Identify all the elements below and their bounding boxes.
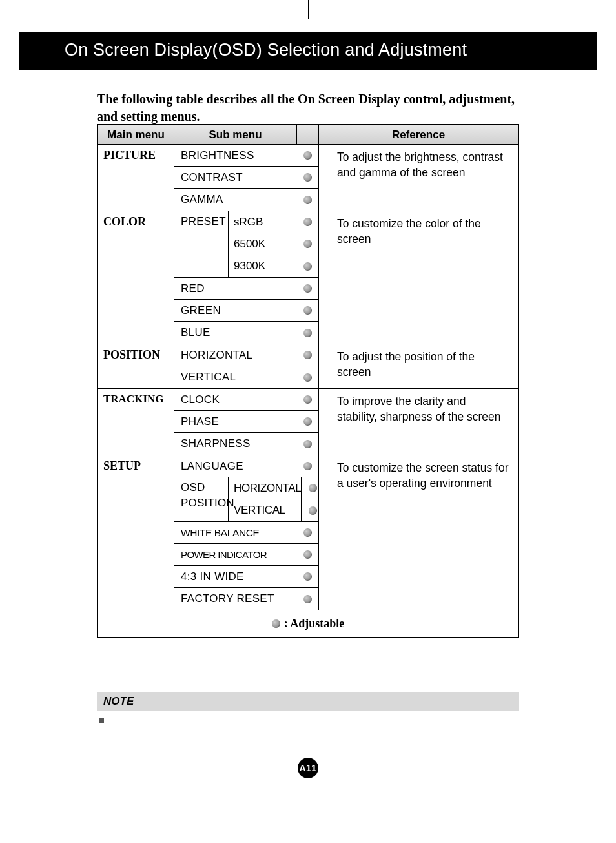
dot-icon xyxy=(303,351,312,359)
main-setup: SETUP xyxy=(98,455,174,610)
dot-icon xyxy=(303,440,312,448)
dot-icon xyxy=(303,373,312,382)
intro-text: The following table describes all the On… xyxy=(97,90,517,125)
sub-label: POWER INDICATOR xyxy=(174,544,296,565)
table-row: sRGB xyxy=(229,211,318,233)
dot-icon xyxy=(303,284,312,293)
sub-label: 6500K xyxy=(229,233,296,255)
sub-label: RED xyxy=(174,278,296,299)
legend-row: : Adjustable xyxy=(98,610,518,637)
dot-icon xyxy=(303,306,312,315)
dot-icon xyxy=(303,395,312,404)
main-color: COLOR xyxy=(98,211,174,344)
dot-icon xyxy=(303,528,312,537)
dot-icon xyxy=(303,218,312,226)
table-row: LANGUAGE xyxy=(174,455,318,477)
main-tracking: TRACKING xyxy=(98,389,174,455)
table-row: GREEN xyxy=(174,300,318,322)
sub-label: BRIGHTNESS xyxy=(174,145,296,166)
ref-setup: To customize the screen status for a use… xyxy=(319,455,518,610)
dot-icon xyxy=(309,484,317,492)
dot-icon xyxy=(303,173,312,182)
bullet-icon xyxy=(99,718,104,723)
osd-table: Main menu Sub menu Reference PICTURE BRI… xyxy=(97,124,519,638)
sub-label: GAMMA xyxy=(174,189,296,211)
section-picture: PICTURE BRIGHTNESS CONTRAST GAMMA To adj… xyxy=(98,145,518,211)
header-sub: Sub menu xyxy=(174,125,297,144)
main-position: POSITION xyxy=(98,344,174,388)
table-row: 6500K xyxy=(229,233,318,255)
note-box: NOTE xyxy=(97,692,519,736)
sub-label: FACTORY RESET xyxy=(174,588,296,610)
table-row: BLUE xyxy=(174,322,318,344)
sub-label: LANGUAGE xyxy=(174,455,296,477)
table-row: 4:3 IN WIDE xyxy=(174,566,318,588)
dot-icon xyxy=(303,417,312,426)
section-tracking: TRACKING CLOCK PHASE SHARPNESS To improv… xyxy=(98,389,518,455)
dot-icon xyxy=(303,329,312,337)
table-row: 9300K xyxy=(229,255,318,277)
sub-label: 9300K xyxy=(229,255,296,277)
main-picture: PICTURE xyxy=(98,145,174,211)
ref-color: To customize the color of the screen xyxy=(319,211,518,344)
table-row: WHITE BALANCE xyxy=(174,522,318,544)
table-row: RED xyxy=(174,278,318,300)
section-setup: SETUP LANGUAGE OSD POSITION HORIZONTAL V… xyxy=(98,455,518,610)
sub-label: HORIZONTAL xyxy=(229,477,302,499)
dot-icon xyxy=(303,462,312,470)
dot-icon xyxy=(303,262,312,271)
table-row: BRIGHTNESS xyxy=(174,145,318,167)
table-row: SHARPNESS xyxy=(174,433,318,455)
header-ref: Reference xyxy=(319,125,518,144)
page-number-badge: A11 xyxy=(298,758,318,778)
table-row: FACTORY RESET xyxy=(174,588,318,610)
sub-label: PHASE xyxy=(174,411,296,432)
dot-icon xyxy=(303,595,312,603)
ref-picture: To adjust the brightness, contrast and g… xyxy=(319,145,518,211)
dot-icon xyxy=(303,240,312,248)
dot-icon xyxy=(303,572,312,581)
table-row: GAMMA xyxy=(174,189,318,211)
table-header-row: Main menu Sub menu Reference xyxy=(98,125,518,145)
sub-label: HORIZONTAL xyxy=(174,344,296,366)
header-adj-col xyxy=(297,125,319,144)
sub-label: BLUE xyxy=(174,322,296,344)
dot-icon xyxy=(303,196,312,204)
note-header: NOTE xyxy=(97,692,519,711)
table-row: PHASE xyxy=(174,411,318,433)
page-title: On Screen Display(OSD) Selection and Adj… xyxy=(65,40,467,60)
crop-mark-top xyxy=(39,0,577,19)
sub-label: VERTICAL xyxy=(174,366,296,388)
table-row: HORIZONTAL xyxy=(174,344,318,366)
section-color: COLOR PRESET sRGB 6500K 9300K RED GREEN … xyxy=(98,211,518,344)
header-main: Main menu xyxy=(98,125,174,144)
sub-label: SHARPNESS xyxy=(174,433,296,455)
crop-mark-bottom xyxy=(39,824,577,843)
preset-label: PRESET xyxy=(174,211,228,228)
osd-label-1: OSD xyxy=(181,480,228,495)
dot-icon xyxy=(272,619,280,628)
table-row: VERTICAL xyxy=(229,499,323,521)
sub-label: CLOCK xyxy=(174,389,296,410)
table-row: CONTRAST xyxy=(174,167,318,189)
dot-icon xyxy=(309,506,317,515)
osd-label-2: POSITION xyxy=(181,495,228,511)
section-position: POSITION HORIZONTAL VERTICAL To adjust t… xyxy=(98,344,518,389)
sub-label: GREEN xyxy=(174,300,296,321)
legend-text: : Adjustable xyxy=(284,617,345,630)
sub-label: CONTRAST xyxy=(174,167,296,188)
table-row: HORIZONTAL xyxy=(229,477,323,499)
ref-position: To adjust the position of the screen xyxy=(319,344,518,388)
ref-tracking: To improve the clarity and stability, sh… xyxy=(319,389,518,455)
sub-label: WHITE BALANCE xyxy=(174,522,296,543)
table-row: CLOCK xyxy=(174,389,318,411)
sub-label: sRGB xyxy=(229,211,296,233)
sub-label: VERTICAL xyxy=(229,499,302,521)
footer: A11 xyxy=(0,758,616,778)
dot-icon xyxy=(303,151,312,160)
table-row: VERTICAL xyxy=(174,366,318,388)
sub-label: 4:3 IN WIDE xyxy=(174,566,296,587)
table-row: POWER INDICATOR xyxy=(174,544,318,566)
dot-icon xyxy=(303,550,312,559)
